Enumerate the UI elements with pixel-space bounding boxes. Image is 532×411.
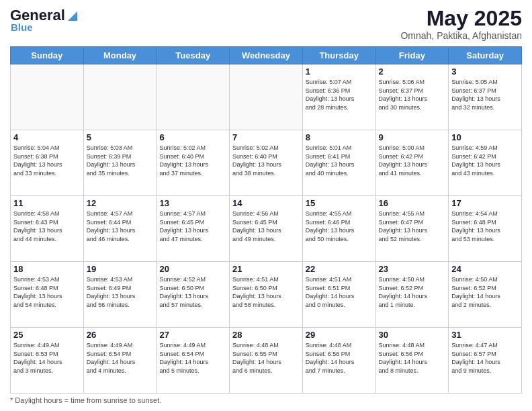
calendar-header-row: SundayMondayTuesdayWednesdayThursdayFrid… [11, 47, 522, 64]
day-info: Sunrise: 5:01 AMSunset: 6:41 PMDaylight:… [306, 144, 373, 177]
calendar-cell: 26Sunrise: 4:49 AMSunset: 6:54 PMDayligh… [83, 328, 157, 394]
day-info: Sunrise: 4:53 AMSunset: 6:48 PMDaylight:… [13, 275, 81, 309]
calendar-cell: 19Sunrise: 4:53 AMSunset: 6:49 PMDayligh… [83, 262, 157, 328]
day-number: 13 [159, 198, 226, 208]
calendar-cell [230, 64, 303, 130]
day-info: Sunrise: 4:50 AMSunset: 6:52 PMDaylight:… [451, 275, 519, 309]
weekday-header-wednesday: Wednesday [230, 47, 303, 64]
calendar-week-3: 11Sunrise: 4:58 AMSunset: 6:43 PMDayligh… [11, 196, 522, 262]
calendar-cell [83, 64, 157, 130]
calendar-cell: 10Sunrise: 4:59 AMSunset: 6:42 PMDayligh… [449, 130, 522, 196]
day-info: Sunrise: 4:51 AMSunset: 6:50 PMDaylight:… [232, 275, 300, 309]
weekday-header-saturday: Saturday [449, 47, 522, 64]
day-number: 2 [379, 66, 446, 77]
calendar-cell: 27Sunrise: 4:49 AMSunset: 6:54 PMDayligh… [157, 328, 230, 394]
day-number: 25 [13, 330, 81, 340]
calendar-cell: 30Sunrise: 4:48 AMSunset: 6:56 PMDayligh… [375, 328, 449, 394]
daylight-label: Daylight hours [15, 396, 62, 404]
day-number: 27 [159, 330, 226, 340]
day-number: 9 [379, 132, 446, 142]
calendar-cell: 7Sunrise: 5:02 AMSunset: 6:40 PMDaylight… [230, 130, 303, 196]
day-info: Sunrise: 4:53 AMSunset: 6:49 PMDaylight:… [87, 275, 154, 309]
weekday-header-sunday: Sunday [11, 47, 84, 64]
calendar-cell: 5Sunrise: 5:03 AMSunset: 6:39 PMDaylight… [83, 130, 157, 196]
calendar-cell: 22Sunrise: 4:51 AMSunset: 6:51 PMDayligh… [302, 262, 375, 328]
header: General Blue May 2025 Omnah, Paktika, Af… [10, 7, 522, 41]
calendar-cell: 8Sunrise: 5:01 AMSunset: 6:41 PMDaylight… [302, 130, 375, 196]
calendar-cell [11, 64, 84, 130]
logo-blue-text: Blue [11, 21, 33, 33]
calendar-cell: 20Sunrise: 4:52 AMSunset: 6:50 PMDayligh… [157, 262, 230, 328]
day-number: 11 [13, 198, 81, 208]
calendar-cell: 14Sunrise: 4:56 AMSunset: 6:45 PMDayligh… [230, 196, 303, 262]
calendar-cell: 4Sunrise: 5:04 AMSunset: 6:38 PMDaylight… [11, 130, 84, 196]
calendar-week-5: 25Sunrise: 4:49 AMSunset: 6:53 PMDayligh… [11, 328, 522, 394]
day-number: 1 [306, 66, 373, 77]
day-number: 14 [232, 198, 300, 208]
day-number: 19 [87, 264, 154, 274]
logo-triangle-icon [68, 9, 77, 24]
calendar-cell: 18Sunrise: 4:53 AMSunset: 6:48 PMDayligh… [11, 262, 84, 328]
day-info: Sunrise: 5:06 AMSunset: 6:37 PMDaylight:… [379, 78, 446, 111]
day-info: Sunrise: 4:57 AMSunset: 6:45 PMDaylight:… [159, 210, 226, 243]
day-number: 21 [232, 264, 300, 274]
calendar-cell: 31Sunrise: 4:47 AMSunset: 6:57 PMDayligh… [449, 328, 522, 394]
day-number: 18 [13, 264, 81, 274]
day-number: 8 [306, 132, 373, 142]
day-number: 24 [451, 264, 519, 274]
weekday-header-friday: Friday [375, 47, 449, 64]
day-info: Sunrise: 5:03 AMSunset: 6:39 PMDaylight:… [87, 144, 154, 177]
weekday-header-monday: Monday [83, 47, 157, 64]
weekday-header-thursday: Thursday [302, 47, 375, 64]
day-number: 28 [232, 330, 300, 340]
weekday-header-tuesday: Tuesday [157, 47, 230, 64]
day-number: 23 [379, 264, 446, 274]
logo: General Blue [10, 7, 77, 33]
calendar-cell: 3Sunrise: 5:05 AMSunset: 6:37 PMDaylight… [449, 64, 522, 130]
day-info: Sunrise: 4:47 AMSunset: 6:57 PMDaylight:… [451, 341, 519, 375]
calendar-cell: 12Sunrise: 4:57 AMSunset: 6:44 PMDayligh… [83, 196, 157, 262]
day-number: 20 [159, 264, 226, 274]
day-number: 4 [13, 132, 81, 142]
day-info: Sunrise: 4:49 AMSunset: 6:54 PMDaylight:… [159, 341, 226, 375]
calendar-cell: 9Sunrise: 5:00 AMSunset: 6:42 PMDaylight… [375, 130, 449, 196]
calendar-cell: 25Sunrise: 4:49 AMSunset: 6:53 PMDayligh… [11, 328, 84, 394]
day-number: 12 [87, 198, 154, 208]
calendar-cell: 13Sunrise: 4:57 AMSunset: 6:45 PMDayligh… [157, 196, 230, 262]
day-number: 16 [379, 198, 446, 208]
day-number: 10 [451, 132, 519, 142]
calendar-cell: 17Sunrise: 4:54 AMSunset: 6:48 PMDayligh… [449, 196, 522, 262]
day-info: Sunrise: 5:04 AMSunset: 6:38 PMDaylight:… [13, 144, 81, 177]
day-number: 26 [87, 330, 154, 340]
day-info: Sunrise: 4:57 AMSunset: 6:44 PMDaylight:… [87, 210, 154, 243]
day-info: Sunrise: 4:48 AMSunset: 6:55 PMDaylight:… [232, 341, 300, 375]
day-info: Sunrise: 4:52 AMSunset: 6:50 PMDaylight:… [159, 275, 226, 309]
day-info: Sunrise: 4:49 AMSunset: 6:53 PMDaylight:… [13, 341, 81, 375]
calendar-cell: 6Sunrise: 5:02 AMSunset: 6:40 PMDaylight… [157, 130, 230, 196]
title-section: May 2025 Omnah, Paktika, Afghanistan [400, 7, 522, 41]
day-number: 5 [87, 132, 154, 142]
calendar-cell: 15Sunrise: 4:55 AMSunset: 6:46 PMDayligh… [302, 196, 375, 262]
day-info: Sunrise: 5:05 AMSunset: 6:37 PMDaylight:… [451, 78, 519, 111]
calendar-table: SundayMondayTuesdayWednesdayThursdayFrid… [10, 46, 522, 394]
day-info: Sunrise: 4:55 AMSunset: 6:46 PMDaylight:… [306, 210, 373, 243]
day-info: Sunrise: 4:56 AMSunset: 6:45 PMDaylight:… [232, 210, 300, 243]
page: General Blue May 2025 Omnah, Paktika, Af… [0, 0, 532, 411]
day-info: Sunrise: 4:55 AMSunset: 6:47 PMDaylight:… [379, 210, 446, 243]
day-info: Sunrise: 4:50 AMSunset: 6:52 PMDaylight:… [379, 275, 446, 309]
day-info: Sunrise: 4:51 AMSunset: 6:51 PMDaylight:… [306, 275, 373, 309]
calendar-cell [157, 64, 230, 130]
footer-note: * Daylight hours = time from sunrise to … [10, 396, 522, 404]
day-info: Sunrise: 4:59 AMSunset: 6:42 PMDaylight:… [451, 144, 519, 177]
day-info: Sunrise: 4:54 AMSunset: 6:48 PMDaylight:… [451, 210, 519, 243]
day-number: 7 [232, 132, 300, 142]
day-info: Sunrise: 5:00 AMSunset: 6:42 PMDaylight:… [379, 144, 446, 177]
day-info: Sunrise: 4:48 AMSunset: 6:56 PMDaylight:… [379, 341, 446, 375]
day-number: 6 [159, 132, 226, 142]
calendar-cell: 16Sunrise: 4:55 AMSunset: 6:47 PMDayligh… [375, 196, 449, 262]
day-number: 22 [306, 264, 373, 274]
main-title: May 2025 [400, 7, 522, 30]
day-number: 30 [379, 330, 446, 340]
calendar-cell: 24Sunrise: 4:50 AMSunset: 6:52 PMDayligh… [449, 262, 522, 328]
calendar-cell: 2Sunrise: 5:06 AMSunset: 6:37 PMDaylight… [375, 64, 449, 130]
